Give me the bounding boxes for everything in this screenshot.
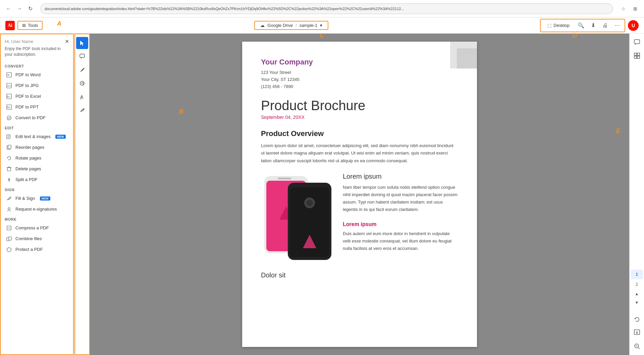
- phone-svg: [261, 173, 335, 263]
- pdf-to-ppt-icon: Pp: [6, 104, 12, 110]
- compress-pdf-icon: [6, 225, 12, 231]
- reorder-pages-icon: [6, 144, 12, 150]
- sidebar-item-rotate-pages[interactable]: Rotate pages: [2, 153, 72, 164]
- sidebar-item-request-esignatures[interactable]: Request e-signatures: [2, 204, 72, 215]
- tool-panel: B A: [74, 34, 90, 355]
- app-toolbar: Ai ⊞ Tools A ☁ Google Drive / sample-1 ▾…: [0, 17, 644, 34]
- text-tool-button[interactable]: A: [76, 91, 88, 103]
- main-area: Hi, User Name ✕ Enjoy the PDF tools incl…: [0, 34, 644, 355]
- combine-files-label: Combine files: [15, 236, 42, 241]
- pdf-to-jpg-label: PDF to JPG: [15, 83, 39, 88]
- comment-tool-button[interactable]: [76, 50, 88, 62]
- delete-pages-icon: [6, 166, 12, 172]
- forward-button[interactable]: →: [15, 4, 24, 13]
- svg-point-22: [8, 208, 10, 210]
- address-bar[interactable]: documentcloud.adobe.com/gsuiteintegratio…: [40, 3, 613, 14]
- pdf-page: Your Company 123 Your Street Your City, …: [242, 42, 477, 347]
- url-text: documentcloud.adobe.com/gsuiteintegratio…: [45, 7, 404, 11]
- fill-sign-badge: NEW: [40, 196, 50, 201]
- pdf-to-word-icon: W: [6, 72, 12, 78]
- sidebar-item-fill-sign[interactable]: Fill & Sign NEW: [2, 193, 72, 204]
- company-city: Your City, ST 12345: [261, 76, 458, 83]
- star-button[interactable]: ☆: [619, 4, 628, 13]
- comment-panel-button[interactable]: [631, 36, 643, 48]
- fill-sign-icon: [6, 195, 12, 202]
- edit-tool-button[interactable]: [76, 104, 88, 116]
- svg-marker-27: [80, 41, 84, 46]
- sidebar-item-delete-pages[interactable]: Delete pages: [2, 164, 72, 174]
- sidebar-item-pdf-to-jpg[interactable]: JPG PDF to JPG: [2, 80, 72, 91]
- section-edit-label: EDIT: [1, 123, 73, 131]
- rotate-pages-icon: [6, 155, 12, 161]
- rotate-pages-label: Rotate pages: [15, 156, 41, 161]
- sidebar-item-edit-text-images[interactable]: Edit text & images NEW: [2, 131, 72, 142]
- sidebar-item-reorder-pages[interactable]: Reorder pages: [2, 142, 72, 153]
- svg-rect-47: [634, 53, 637, 55]
- desktop-icon: ⬚: [547, 23, 551, 28]
- svg-text:Pp: Pp: [7, 106, 10, 109]
- adobe-logo: Ai: [5, 21, 15, 30]
- label-c-annotation: C: [320, 32, 324, 39]
- refresh-view-button[interactable]: [631, 313, 643, 325]
- company-phone: (123) 456 - 7890: [261, 83, 458, 90]
- zoom-out-button[interactable]: [631, 340, 643, 352]
- company-street: 123 Your Street: [261, 69, 458, 76]
- svg-marker-20: [8, 178, 9, 181]
- sidebar-item-split-pdf[interactable]: Split a PDF: [2, 174, 72, 185]
- left-sidebar: Hi, User Name ✕ Enjoy the PDF tools incl…: [0, 34, 74, 355]
- compress-pdf-label: Compress a PDF: [15, 225, 49, 230]
- section-more-label: MORE: [1, 215, 73, 223]
- svg-rect-16: [7, 168, 11, 171]
- sub2-title: Lorem ipsum: [343, 221, 458, 227]
- scroll-down-button[interactable]: ▼: [631, 299, 643, 307]
- page-1-button[interactable]: 1: [631, 270, 643, 279]
- svg-point-44: [306, 199, 313, 206]
- scroll-up-button[interactable]: ▲: [631, 290, 643, 298]
- tools-icon: ⊞: [22, 23, 26, 28]
- more-button[interactable]: ⋯: [612, 21, 622, 30]
- sidebar-item-combine-files[interactable]: Combine files: [2, 233, 72, 244]
- pen-tool-button[interactable]: [76, 64, 88, 76]
- print-button[interactable]: 🖨: [600, 21, 610, 30]
- desktop-button[interactable]: ⬚ Desktop: [543, 21, 574, 29]
- sidebar-greeting: Hi, User Name: [5, 38, 33, 44]
- refresh-button[interactable]: ↻: [25, 4, 35, 13]
- pdf-to-jpg-icon: JPG: [6, 83, 12, 89]
- reorder-pages-label: Reorder pages: [15, 145, 44, 150]
- download-button[interactable]: ⬇: [588, 21, 598, 30]
- browser-actions: ☆ ⊞: [619, 4, 640, 13]
- sidebar-close-button[interactable]: ✕: [65, 38, 69, 45]
- label-d-annotation: D: [573, 32, 577, 39]
- company-address: 123 Your Street Your City, ST 12345 (123…: [261, 69, 458, 90]
- sidebar-header: Hi, User Name ✕: [1, 34, 73, 46]
- pdf-to-ppt-label: PDF to PPT: [15, 104, 39, 109]
- breadcrumb-separator: /: [296, 23, 297, 28]
- sidebar-username: User Name: [11, 39, 34, 44]
- download-view-button[interactable]: [631, 327, 643, 339]
- sidebar-item-protect-pdf[interactable]: Protect a PDF: [2, 244, 72, 255]
- sub1-body: Nam liber tempor cum soluta nobis eleife…: [343, 184, 458, 213]
- file-breadcrumb[interactable]: ☁ Google Drive / sample-1 ▾: [254, 21, 328, 30]
- select-tool-button[interactable]: [76, 37, 88, 49]
- svg-line-33: [83, 109, 84, 110]
- grid-panel-button[interactable]: [631, 50, 643, 62]
- avatar-button[interactable]: U: [628, 20, 639, 31]
- company-name: Your Company: [261, 58, 458, 66]
- back-button[interactable]: ←: [4, 4, 13, 13]
- svg-rect-32: [80, 99, 83, 99]
- sidebar-item-convert-to-pdf[interactable]: Convert to PDF: [2, 113, 72, 123]
- svg-rect-36: [464, 55, 477, 69]
- page-2-button[interactable]: 2: [631, 280, 643, 289]
- link-tool-button[interactable]: [76, 77, 88, 89]
- sidebar-item-pdf-to-ppt[interactable]: Pp PDF to PPT: [2, 102, 72, 113]
- sidebar-item-pdf-to-word[interactable]: W PDF to Word: [2, 70, 72, 80]
- sidebar-item-compress-pdf[interactable]: Compress a PDF: [2, 223, 72, 233]
- pdf-area[interactable]: Your Company 123 Your Street Your City, …: [90, 34, 629, 355]
- search-button[interactable]: 🔍: [576, 21, 586, 30]
- brochure-title: Product Brochure: [261, 98, 458, 113]
- svg-rect-14: [8, 145, 11, 149]
- section-sign-label: SIGN: [1, 185, 73, 193]
- extensions-button[interactable]: ⊞: [631, 4, 640, 13]
- sidebar-item-pdf-to-excel[interactable]: Ex PDF to Excel: [2, 91, 72, 102]
- tools-button[interactable]: ⊞ Tools: [17, 21, 43, 30]
